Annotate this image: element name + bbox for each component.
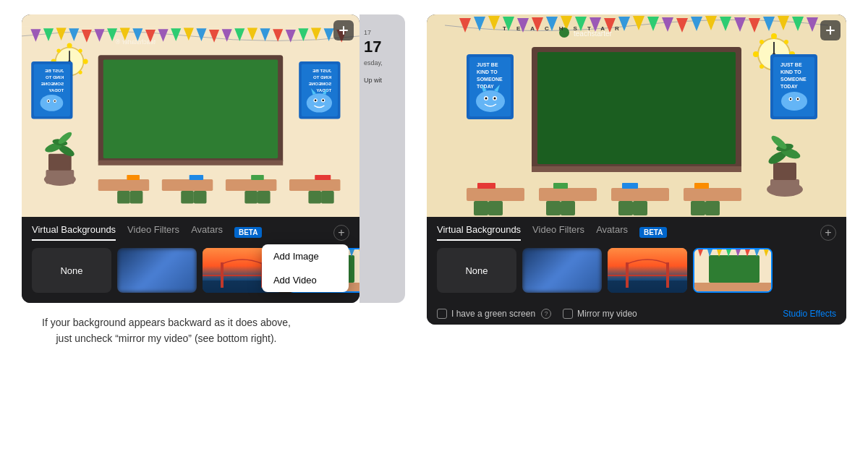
svg-text:KIND TO: KIND TO <box>313 74 331 80</box>
svg-rect-191 <box>705 201 720 215</box>
normal-scene: teachstarter TEACHSTAR JUST BE KIND TO S… <box>427 14 846 217</box>
svg-point-168 <box>781 92 807 111</box>
svg-point-52 <box>56 48 60 52</box>
classroom-bg-left: teachstarter ® JUST BE KIND TO SOMEONE T… <box>22 14 359 217</box>
tab-virtual-backgrounds-left[interactable]: Virtual Backgrounds <box>32 224 116 241</box>
add-button-right[interactable]: + <box>820 225 836 241</box>
svg-rect-175 <box>773 163 796 180</box>
svg-rect-181 <box>474 201 488 215</box>
studio-effects-link[interactable]: Studio Effects <box>783 309 836 319</box>
svg-rect-203 <box>694 283 773 293</box>
tabs-row-left: Virtual Backgrounds Video Filters Avatar… <box>32 224 349 241</box>
svg-point-61 <box>41 95 64 111</box>
svg-point-171 <box>790 98 791 100</box>
corner-icon-left[interactable] <box>333 20 354 40</box>
tab-video-filters-right[interactable]: Video Filters <box>532 224 584 241</box>
svg-rect-85 <box>315 175 331 180</box>
svg-point-49 <box>83 59 88 64</box>
svg-text:JUST BE: JUST BE <box>780 62 802 67</box>
bottom-options: I have a green screen ? Mirror my video … <box>427 303 846 325</box>
tab-avatars-right[interactable]: Avatars <box>596 224 628 241</box>
svg-rect-76 <box>226 179 276 191</box>
bg-option-none-right[interactable]: None <box>437 248 516 293</box>
tab-video-filters-left[interactable]: Video Filters <box>127 224 179 241</box>
svg-text:SOMEONE: SOMEONE <box>309 81 331 86</box>
tabs-section-left: Virtual Backgrounds Video Filters Avatar… <box>22 217 359 241</box>
svg-text:JUST BE: JUST BE <box>312 68 331 73</box>
svg-rect-79 <box>162 179 213 191</box>
right-column: teachstarter TEACHSTAR JUST BE KIND TO S… <box>427 14 846 325</box>
svg-rect-183 <box>539 188 597 201</box>
svg-text:JUST BE: JUST BE <box>45 68 64 73</box>
bg-option-none-left[interactable]: None <box>32 248 111 293</box>
svg-text:JUST BE: JUST BE <box>477 62 498 67</box>
mirror-checkbox[interactable] <box>563 309 573 319</box>
tab-avatars-left[interactable]: Avatars <box>191 224 223 241</box>
svg-text:TODAY: TODAY <box>48 87 64 93</box>
resize-icon-right <box>825 25 836 36</box>
tabs-section-right: Virtual Backgrounds Video Filters Avatar… <box>427 217 846 241</box>
none-label-left: None <box>60 265 82 276</box>
svg-rect-197 <box>608 280 687 293</box>
corner-icon-right[interactable] <box>820 20 841 40</box>
svg-rect-80 <box>194 191 207 204</box>
bg-option-blur-right[interactable]: Blur <box>522 248 602 293</box>
help-icon[interactable]: ? <box>541 309 551 319</box>
bg-option-bridge-right[interactable] <box>608 248 687 293</box>
svg-point-140 <box>476 90 505 112</box>
svg-text:SOMEONE: SOMEONE <box>41 81 64 86</box>
svg-point-159 <box>784 40 788 44</box>
svg-rect-189 <box>684 188 741 201</box>
zoom-panel-right: teachstarter TEACHSTAR JUST BE KIND TO S… <box>427 14 846 325</box>
green-screen-label: I have a green screen <box>451 309 535 319</box>
partial-17: 17 <box>364 39 401 55</box>
beta-badge-left: BETA <box>234 227 262 238</box>
bg-option-blur-left[interactable]: Blur <box>117 248 197 293</box>
plus-icon-right: + <box>825 227 831 239</box>
svg-rect-68 <box>48 154 72 171</box>
classroom-illustration-right: teachstarter TEACHSTAR JUST BE KIND TO S… <box>427 14 846 217</box>
tab-virtual-backgrounds-right[interactable]: Virtual Backgrounds <box>437 224 521 241</box>
svg-text:KIND TO: KIND TO <box>477 69 498 74</box>
svg-text:KIND TO: KIND TO <box>780 69 801 74</box>
mirror-video-option[interactable]: Mirror my video <box>563 309 637 319</box>
bg-option-classroom-right[interactable] <box>693 248 773 293</box>
svg-point-64 <box>54 100 56 102</box>
svg-rect-73 <box>289 179 340 191</box>
svg-point-144 <box>494 98 496 100</box>
svg-rect-83 <box>130 191 143 204</box>
svg-rect-182 <box>488 201 503 215</box>
svg-rect-202 <box>709 255 760 283</box>
blur-inner-left <box>117 248 197 293</box>
svg-rect-67 <box>46 170 74 184</box>
add-video-item[interactable]: Add Video <box>262 268 349 292</box>
classroom-illustration-left: teachstarter ® JUST BE KIND TO SOMEONE T… <box>22 14 359 217</box>
svg-rect-81 <box>181 191 194 204</box>
svg-point-156 <box>753 51 759 57</box>
svg-point-47 <box>67 43 72 48</box>
partial-text-17p: 17 <box>364 29 401 36</box>
video-preview-left: teachstarter ® JUST BE KIND TO SOMEONE T… <box>22 14 359 217</box>
page-container: teachstarter ® JUST BE KIND TO SOMEONE T… <box>0 0 868 454</box>
svg-rect-88 <box>127 175 140 180</box>
svg-point-143 <box>485 98 488 100</box>
annotation-line2: just uncheck “mirror my video” (see bott… <box>29 330 304 346</box>
annotation: If your background appears backward as i… <box>22 314 311 347</box>
plus-icon-left: + <box>338 227 344 239</box>
svg-point-160 <box>760 64 764 69</box>
add-image-item[interactable]: Add Image <box>262 244 349 268</box>
add-button-left[interactable]: + Add Image Add Video <box>333 225 349 241</box>
zoom-panel-left: teachstarter ® JUST BE KIND TO SOMEONE T… <box>22 14 359 303</box>
svg-point-172 <box>797 98 799 100</box>
partial-day: esday, <box>364 59 401 67</box>
svg-point-33 <box>307 93 332 112</box>
green-screen-checkbox[interactable] <box>437 309 447 319</box>
green-screen-option[interactable]: I have a green screen ? <box>437 309 551 319</box>
svg-text:SOMEONE: SOMEONE <box>477 77 503 82</box>
tabs-row-right: Virtual Backgrounds Video Filters Avatar… <box>437 224 836 241</box>
svg-rect-84 <box>117 191 130 204</box>
svg-point-37 <box>315 100 317 102</box>
beta-badge-right: BETA <box>639 227 667 238</box>
svg-rect-74 <box>321 191 334 204</box>
bg-options-right: None Blur <box>427 241 846 303</box>
